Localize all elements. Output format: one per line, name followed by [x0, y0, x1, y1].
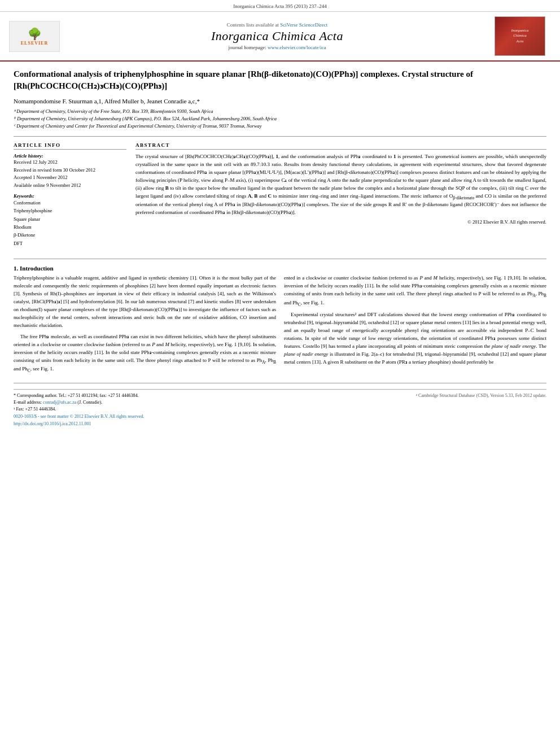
copyright-footer: 0020-1693/$ - see front matter © 2012 El…: [14, 414, 405, 419]
footnote-1: ¹ Fax: +27 51 4446384.: [14, 407, 405, 412]
header-divider: [14, 136, 546, 137]
keyword-1: Conformation: [14, 199, 126, 207]
keyword-2: Triphenylphosphine: [14, 207, 126, 215]
article-history: Article history: Received 12 July 2012 R…: [14, 153, 126, 189]
article-info-heading: ARTICLE INFO: [14, 142, 126, 150]
main-content: Conformational analysis of triphenylphos…: [0, 62, 560, 433]
article-info-abstract-section: ARTICLE INFO Article history: Received 1…: [14, 142, 546, 251]
elsevier-logo-area: 🌳 ELSEVIER: [9, 21, 60, 52]
elsevier-logo-box: 🌳 ELSEVIER: [9, 21, 60, 52]
keyword-5: β-Diketone: [14, 231, 126, 239]
section-title: 1. Introduction: [14, 265, 546, 272]
right-para-1: ented in a clockwise or counter clockwis…: [284, 274, 546, 308]
abstract-column: ABSTRACT The crystal structure of [Rh(Ph…: [135, 142, 546, 251]
article-title-text: Conformational analysis of triphenylphos…: [14, 69, 473, 90]
abstract-copyright: © 2012 Elsevier B.V. All rights reserved…: [135, 219, 546, 225]
doi-link[interactable]: http://dx.doi.org/10.1016/j.ica.2012.11.…: [14, 421, 405, 426]
contents-available-line: Contents lists available at SciVerse Sci…: [60, 22, 495, 28]
email-link[interactable]: conradj@ufs.ac.za: [43, 400, 76, 405]
email-label: E-mail address:: [14, 400, 42, 405]
keywords-label: Keywords:: [14, 193, 126, 199]
affiliation-a: ᵃ Department of Chemistry, University of…: [14, 108, 546, 115]
keywords-list: Conformation Triphenylphosphine Square p…: [14, 199, 126, 248]
journal-cover-title: InorganicaChimicaActa: [511, 28, 529, 43]
footnote-star: * Corresponding author. Tel.: +27 51 401…: [14, 393, 405, 398]
journal-homepage-line: journal homepage: www.elsevier.com/locat…: [60, 45, 495, 50]
footnote-star-text: * Corresponding author. Tel.: +27 51 401…: [14, 393, 138, 398]
journal-citation-header: Inorganica Chimica Acta 395 (2013) 237–2…: [0, 0, 560, 12]
footnote-2: ² Cambridge Structural Database (CSD), V…: [416, 393, 546, 426]
received-date-1: Received 12 July 2012: [14, 159, 126, 167]
intro-para-2: The free PPh₃ molecule, as well as coord…: [14, 333, 276, 374]
section-introduction: 1. Introduction Triphenylphosphine is a …: [14, 265, 546, 377]
journal-cover-area: InorganicaChimicaActa: [495, 16, 551, 56]
available-date: Available online 9 November 2012: [14, 182, 126, 190]
journal-citation-text: Inorganica Chimica Acta 395 (2013) 237–2…: [233, 3, 327, 9]
elsevier-text: ELSEVIER: [21, 41, 48, 46]
history-label: Article history:: [14, 153, 126, 159]
abstract-text: The crystal structure of [Rh(PhCOCHCO(CH…: [135, 153, 546, 217]
article-title: Conformational analysis of triphenylphos…: [14, 68, 546, 92]
journal-cover-box: InorganicaChimicaActa: [495, 16, 545, 56]
keyword-6: DFT: [14, 239, 126, 247]
homepage-url[interactable]: www.elsevier.com/locate/ica: [268, 45, 326, 50]
journal-name-display: Inorganica Chimica Acta: [60, 29, 495, 43]
body-col-right: ented in a clockwise or counter clockwis…: [284, 274, 546, 377]
footer-divider: [14, 383, 546, 383]
email-person: (J. Conradie).: [77, 400, 102, 405]
received-date-2: Received in revised form 30 October 2012: [14, 167, 126, 174]
affiliation-c: ᶜ Department of Chemistry and Center for…: [14, 123, 546, 130]
affiliation-b: ᵇ Department of Chemistry, University of…: [14, 115, 546, 123]
body-col-left: Triphenylphosphine is a valuable reagent…: [14, 274, 276, 377]
footer-notes-left: * Corresponding author. Tel.: +27 51 401…: [14, 393, 405, 426]
keyword-3: Square planar: [14, 215, 126, 223]
sciverse-link[interactable]: SciVerse ScienceDirect: [280, 22, 327, 28]
accepted-date: Accepted 1 November 2012: [14, 174, 126, 182]
intro-para-1: Triphenylphosphine is a valuable reagent…: [14, 274, 276, 330]
journal-header: 🌳 ELSEVIER Contents lists available at S…: [0, 12, 560, 62]
right-para-2: Experimental crystal structures² and DFT…: [284, 311, 546, 366]
journal-header-center: Contents lists available at SciVerse Sci…: [60, 22, 495, 50]
authors-line: Nomampondomise F. Stuurman a,1, Alfred M…: [14, 98, 546, 104]
keyword-4: Rhodium: [14, 223, 126, 231]
section-body-columns: Triphenylphosphine is a valuable reagent…: [14, 274, 546, 377]
elsevier-tree-icon: 🌳: [28, 27, 42, 41]
affiliations: ᵃ Department of Chemistry, University of…: [14, 108, 546, 129]
keywords-group: Keywords: Conformation Triphenylphosphin…: [14, 193, 126, 248]
abstract-heading: ABSTRACT: [135, 142, 546, 150]
footnote-email-line: E-mail address: conradj@ufs.ac.za (J. Co…: [14, 400, 405, 405]
article-info-column: ARTICLE INFO Article history: Received 1…: [14, 142, 126, 251]
contents-text: Contents lists available at: [227, 22, 279, 28]
footer-section: * Corresponding author. Tel.: +27 51 401…: [14, 389, 546, 426]
body-divider: [14, 259, 546, 259]
authors-text: Nomampondomise F. Stuurman a,1, Alfred M…: [14, 98, 200, 104]
